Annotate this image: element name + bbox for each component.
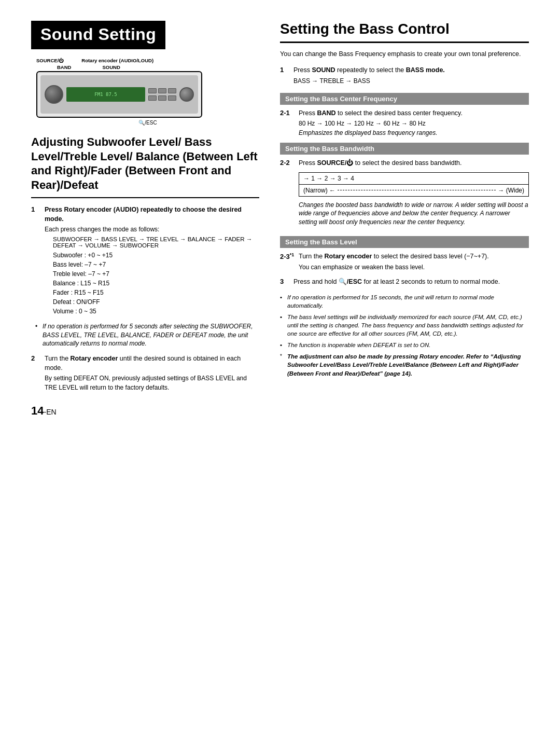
footnote-2: The bass level settings will be individu…: [280, 313, 529, 338]
left-knob: [45, 85, 63, 104]
value-item-4: Balance : L15 ~ R15: [53, 279, 259, 288]
rotary-label: Rotary encoder (AUDIO/LOUD): [81, 58, 153, 63]
bandwidth-wide: → (Wide): [498, 187, 524, 194]
stereo-btn-1: [148, 88, 157, 93]
source-label: SOURCE/⏻: [36, 58, 64, 63]
bandwidth-narrow: (Narrow) ←: [303, 187, 335, 194]
section2-header: Setting the Bass Bandwidth: [280, 143, 529, 155]
step2-2-row: 2-2 Press SOURCE/⏻ to select the desired…: [280, 159, 529, 230]
step1-sub-text: Each press changes the mode as follows:: [45, 225, 259, 234]
changes-text: Changes the boosted bass bandwidth to wi…: [299, 201, 529, 227]
step2-2-number: 2-2: [280, 159, 299, 230]
step2-1-main: Press BAND to select the desired bass ce…: [299, 109, 529, 118]
step2-3-content: Turn the Rotary encoder to select the de…: [299, 252, 529, 271]
value-item-1: Subwoofer : +0 ~ +15: [53, 251, 259, 260]
left-column: Sound Setting SOURCE/⏻ Rotary encoder (A…: [31, 21, 259, 724]
page-suffix: -EN: [44, 408, 56, 416]
step2-3-sub: You can emphasize or weaken the bass lev…: [299, 263, 529, 272]
button-group: [148, 88, 176, 101]
step2-1-block: 2-1 Press BAND to select the desired bas…: [280, 109, 529, 137]
stereo-btn-5: [158, 95, 166, 101]
step2-1-emphasize: Emphasizes the displayed bass frequency …: [299, 129, 529, 136]
big-heading: Adjusting Subwoofer Level/ Bass Level/Tr…: [31, 135, 259, 198]
stereo-btn-2: [158, 88, 166, 93]
step1-block: 1 Press Rotary encoder (AUDIO) repeatedl…: [31, 205, 259, 348]
device-labels-row: SOURCE/⏻ Rotary encoder (AUDIO/LOUD): [31, 58, 259, 63]
button-row-2: [148, 95, 176, 101]
right-column: Setting the Bass Control You can change …: [280, 21, 529, 724]
right-step1-number: 1: [280, 66, 293, 87]
bandwidth-table: → 1 → 2 → 3 → 4 (Narrow) ← → (Wide): [299, 172, 529, 197]
right-step3-main: Press and hold 🔍/ESC for at least 2 seco…: [293, 278, 529, 287]
right-step3-row: 3 Press and hold 🔍/ESC for at least 2 se…: [280, 278, 529, 287]
bandwidth-row-top: → 1 → 2 → 3 → 4: [299, 173, 528, 185]
value-item-5: Fader : R15 ~ F15: [53, 288, 259, 297]
step2-1-sequence: 80 Hz → 100 Hz → 120 Hz → 60 Hz → 80 Hz: [299, 120, 529, 127]
right-knob: [179, 87, 194, 102]
device-band-sound-labels: BAND SOUND: [31, 64, 259, 70]
step2-1-row: 2-1 Press BAND to select the desired bas…: [280, 109, 529, 137]
right-step3-block: 3 Press and hold 🔍/ESC for at least 2 se…: [280, 278, 529, 287]
value-item-7: Volume : 0 ~ 35: [53, 307, 259, 316]
step2-3-block: 2-3*1 Turn the Rotary encoder to select …: [280, 252, 529, 271]
step2-1-content: Press BAND to select the desired bass ce…: [299, 109, 529, 137]
step2-3-main: Turn the Rotary encoder to select the de…: [299, 252, 529, 261]
step1-row: 1 Press Rotary encoder (AUDIO) repeatedl…: [31, 205, 259, 318]
footnote-block: If no operation is performed for 15 seco…: [280, 293, 529, 378]
step2-block: 2 Turn the Rotary encoder until the desi…: [31, 354, 259, 394]
bandwidth-row-bottom: (Narrow) ← → (Wide): [299, 185, 528, 196]
step2-3-number: 2-3*1: [280, 252, 299, 271]
step1-main-text: Press Rotary encoder (AUDIO) repeatedly …: [45, 205, 259, 224]
step1-values: Subwoofer : +0 ~ +15 Bass level: –7 ~ +7…: [53, 251, 259, 316]
right-step1-row: 1 Press SOUND repeatedly to select the B…: [280, 66, 529, 87]
step2-main-text: Turn the Rotary encoder until the desire…: [45, 354, 259, 373]
step2-number: 2: [31, 354, 45, 394]
step2-row: 2 Turn the Rotary encoder until the desi…: [31, 354, 259, 394]
step1-number: 1: [31, 205, 45, 318]
footnote-1: If no operation is performed for 15 seco…: [280, 293, 529, 310]
value-item-2: Bass level: –7 ~ +7: [53, 260, 259, 269]
section1-header: Setting the Bass Center Frequency: [280, 93, 529, 105]
two-column-layout: Sound Setting SOURCE/⏻ Rotary encoder (A…: [31, 21, 529, 724]
page: Sound Setting SOURCE/⏻ Rotary encoder (A…: [0, 0, 560, 745]
step1-bullet-1: If no operation is performed for 5 secon…: [35, 322, 259, 348]
step1-sequence: SUBWOOFER → BASS LEVEL → TRE LEVEL → BAL…: [53, 236, 259, 249]
bandwidth-line: [338, 190, 496, 190]
device-diagram-area: SOURCE/⏻ Rotary encoder (AUDIO/LOUD) BAN…: [31, 58, 259, 126]
bandwidth-arrows: → 1 → 2 → 3 → 4: [303, 175, 354, 182]
right-step3-content: Press and hold 🔍/ESC for at least 2 seco…: [293, 278, 529, 287]
band-label: BAND: [57, 64, 71, 70]
sound-label: SOUND: [102, 64, 120, 70]
right-step1-block: 1 Press SOUND repeatedly to select the B…: [280, 66, 529, 87]
step1-content: Press Rotary encoder (AUDIO) repeatedly …: [45, 205, 259, 318]
sound-setting-title: Sound Setting: [31, 21, 165, 49]
right-step1-content: Press SOUND repeatedly to select the BAS…: [293, 66, 529, 87]
stereo-btn-6: [168, 95, 176, 101]
value-item-3: Treble level: –7 ~ +7: [53, 269, 259, 279]
page-num-value: 14: [31, 404, 44, 417]
step2-content: Turn the Rotary encoder until the desire…: [45, 354, 259, 394]
display-text: FM1 87.5: [94, 92, 117, 97]
stereo-inner: FM1 87.5: [40, 75, 198, 114]
step2-2-content: Press SOURCE/⏻ to select the desired bas…: [299, 159, 529, 230]
step2-3-row: 2-3*1 Turn the Rotary encoder to select …: [280, 252, 529, 271]
intro-text: You can change the Bass Frequency emphas…: [280, 49, 529, 59]
page-number: 14-EN: [31, 404, 259, 418]
step2-2-main: Press SOURCE/⏻ to select the desired bas…: [299, 159, 529, 168]
step2-3-sup: *1: [290, 252, 295, 257]
display-screen: FM1 87.5: [66, 87, 145, 102]
step2-2-block: 2-2 Press SOURCE/⏻ to select the desired…: [280, 159, 529, 230]
footnote-3: The function is inoperable when DEFEAT i…: [280, 341, 529, 349]
button-row-1: [148, 88, 176, 93]
step2-1-number: 2-1: [280, 109, 299, 137]
right-step3-number: 3: [280, 278, 293, 287]
stereo-btn-3: [168, 88, 176, 93]
step1-bullet-block: If no operation is performed for 5 secon…: [35, 322, 259, 348]
bass-control-title: Setting the Bass Control: [280, 21, 529, 43]
stereo-device: FM1 87.5: [36, 71, 202, 118]
right-step1-sequence: BASS → TREBLE → BASS: [293, 77, 529, 85]
asterisk-note: The adjustment can also be made by press…: [280, 352, 529, 377]
stereo-btn-4: [148, 95, 157, 101]
esc-label: 🔍/ESC: [36, 120, 259, 126]
section3-header: Setting the Bass Level: [280, 236, 529, 248]
